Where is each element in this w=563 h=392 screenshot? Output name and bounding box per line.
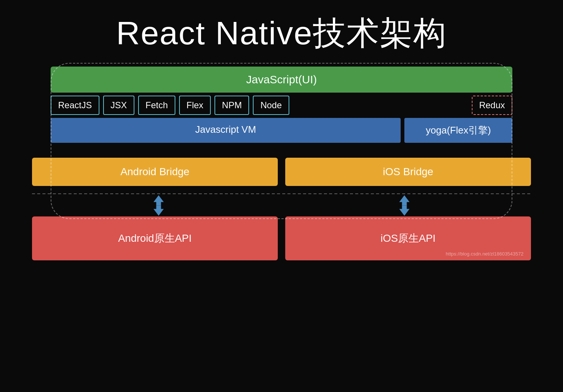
reactjs-box: ReactJS <box>51 96 99 115</box>
top-section: JavaScript(UI) ReactJS JSX Fetch Flex NP… <box>32 63 531 147</box>
svg-marker-1 <box>153 205 164 216</box>
android-bridge: Android Bridge <box>32 158 278 186</box>
separator-line <box>32 193 531 194</box>
fetch-box: Fetch <box>138 96 175 115</box>
svg-marker-0 <box>153 195 164 206</box>
svg-marker-3 <box>399 205 410 216</box>
ios-bridge: iOS Bridge <box>285 158 531 186</box>
svg-marker-2 <box>399 195 410 206</box>
vm-yoga-row: Javascript VM yoga(Flex引擎) <box>51 118 512 143</box>
watermark: https://blog.csdn.net/zl18603543572 <box>446 251 524 257</box>
diagram-wrapper: JavaScript(UI) ReactJS JSX Fetch Flex NP… <box>32 63 531 260</box>
arrows-row <box>32 194 531 216</box>
node-box: Node <box>253 96 289 115</box>
jsx-box: JSX <box>103 96 134 115</box>
tech-boxes-row: ReactJS JSX Fetch Flex NPM Node Redux <box>51 96 512 115</box>
android-api-box: Android原生API <box>32 216 278 260</box>
android-double-arrow-icon <box>149 195 168 216</box>
js-ui-bar: JavaScript(UI) <box>51 67 512 93</box>
npm-box: NPM <box>214 96 249 115</box>
yoga-bar: yoga(Flex引擎) <box>404 118 512 143</box>
redux-box: Redux <box>472 96 512 115</box>
architecture-diagram: JavaScript(UI) ReactJS JSX Fetch Flex NP… <box>32 63 531 260</box>
ios-arrow-container <box>285 195 524 216</box>
ios-double-arrow-icon <box>395 195 414 216</box>
separator-area <box>32 193 531 194</box>
page-title: React Native技术架构 <box>0 0 563 63</box>
vm-bar: Javascript VM <box>51 118 401 143</box>
middle-section: ReactJS JSX Fetch Flex NPM Node Redux Ja… <box>51 96 512 143</box>
flex-box: Flex <box>179 96 211 115</box>
bridge-row: Android Bridge iOS Bridge <box>32 158 531 186</box>
android-arrow-container <box>39 195 278 216</box>
